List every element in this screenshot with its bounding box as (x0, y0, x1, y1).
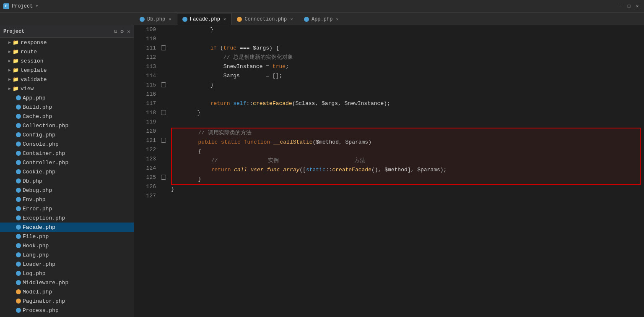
sidebar-item-app[interactable]: App.php (0, 93, 134, 102)
sidebar-item-label: session (21, 58, 44, 64)
sidebar-item-env[interactable]: Env.php (0, 195, 134, 204)
sidebar-controls: ⇅ ⚙ ✕ (114, 28, 130, 35)
code-line-110 (171, 34, 641, 44)
tab-facade[interactable]: Facade.php ✕ (177, 13, 232, 25)
sidebar-item-cookie[interactable]: Cookie.php (0, 167, 134, 176)
sidebar-item-lang[interactable]: Lang.php (0, 250, 134, 259)
sidebar-item-middleware[interactable]: Middleware.php (0, 278, 134, 287)
sidebar-item-validate[interactable]: ▶ 📁 validate (0, 75, 134, 84)
chevron-right-icon: ▶ (8, 68, 11, 73)
sidebar-item-label: Cookie.php (23, 169, 55, 175)
line-numbers: 109 110 111 112 113 114 115 116 117 118 … (134, 25, 159, 317)
title-bar-controls: ─ □ ✕ (617, 3, 641, 10)
sidebar-item-label: Db.php (23, 178, 42, 184)
chevron-right-icon: ▶ (8, 77, 11, 82)
sidebar-item-route[interactable]: ▶ 📁 route (0, 47, 134, 56)
title-bar-left: P Project ▾ (3, 3, 39, 9)
gutter-marker-125[interactable] (161, 175, 166, 180)
tab-app[interactable]: App.php ✕ (299, 13, 344, 25)
sidebar-item-label: Container.php (23, 150, 65, 157)
file-icon (16, 169, 21, 174)
minimize-button[interactable]: ─ (617, 3, 624, 10)
sidebar-item-console[interactable]: Console.php (0, 139, 134, 149)
sidebar-item-model[interactable]: Model.php (0, 287, 134, 296)
sidebar-item-template[interactable]: ▶ 📁 template (0, 65, 134, 75)
sidebar-item-response[interactable]: ▶ 📁 response (0, 38, 134, 47)
sidebar-item-file[interactable]: File.php (0, 232, 134, 241)
sidebar-item-db[interactable]: Db.php (0, 176, 134, 186)
sidebar-item-collection[interactable]: Collection.php (0, 121, 134, 130)
sidebar-item-hook[interactable]: Hook.php (0, 241, 134, 250)
sidebar-item-label: template (21, 67, 47, 73)
sidebar-item-session[interactable]: ▶ 📁 session (0, 56, 134, 65)
folder-icon: 📁 (13, 39, 19, 46)
gutter-marker-115[interactable] (161, 82, 166, 87)
code-line-109: } (171, 25, 641, 34)
sidebar-item-build[interactable]: Build.php (0, 102, 134, 112)
tab-db[interactable]: Db.php ✕ (134, 13, 177, 25)
main-area: Project ⇅ ⚙ ✕ ▶ 📁 response ▶ 📁 route ▶ 📁… (0, 25, 644, 317)
code-container[interactable]: 109 110 111 112 113 114 115 116 117 118 … (134, 25, 644, 317)
sidebar-item-exception[interactable]: Exception.php (0, 213, 134, 223)
code-line-119 (171, 118, 641, 127)
code-line-111: if (true === $args) { (171, 44, 641, 53)
sidebar-item-log[interactable]: Log.php (0, 269, 134, 278)
code-lines[interactable]: } if (true === $args) { // 总是创建新的实例化对象 $… (168, 25, 644, 317)
sidebar-item-label: Log.php (23, 270, 46, 277)
file-icon (16, 123, 21, 128)
chevron-right-icon: ▶ (8, 49, 11, 54)
tab-connection[interactable]: Connection.php ✕ (231, 13, 298, 25)
sidebar-item-label: view (21, 86, 34, 92)
tab-facade-close[interactable]: ✕ (223, 16, 226, 22)
sidebar-item-loader[interactable]: Loader.php (0, 259, 134, 269)
code-line-115: } (171, 81, 641, 90)
sidebar-item-request[interactable]: Request.php (0, 315, 134, 317)
sidebar-settings-icon[interactable]: ⚙ (120, 28, 124, 35)
sidebar-item-debug[interactable]: Debug.php (0, 186, 134, 195)
sidebar-item-config[interactable]: Config.php (0, 130, 134, 139)
sidebar-item-label: Exception.php (23, 215, 65, 221)
code-line-114: $args = []; (171, 71, 641, 81)
code-line-112: // 总是创建新的实例化对象 (171, 53, 641, 62)
gutter-marker-121[interactable] (161, 138, 166, 143)
sidebar-item-label: Lang.php (23, 252, 49, 258)
sidebar-item-label: Hook.php (23, 243, 49, 249)
code-line-123: //实例方法 (172, 156, 640, 165)
maximize-button[interactable]: □ (626, 3, 632, 10)
sidebar-item-label: Config.php (23, 132, 55, 138)
tab-app-close[interactable]: ✕ (336, 16, 339, 22)
file-icon (16, 160, 21, 165)
sidebar-item-process[interactable]: Process.php (0, 306, 134, 315)
tab-app-icon (304, 17, 309, 22)
sidebar-sort-icon[interactable]: ⇅ (114, 28, 117, 35)
tab-bar: Db.php ✕ Facade.php ✕ Connection.php ✕ A… (0, 13, 644, 25)
sidebar-item-label: validate (21, 76, 47, 83)
sidebar: Project ⇅ ⚙ ✕ ▶ 📁 response ▶ 📁 route ▶ 📁… (0, 25, 134, 317)
sidebar-item-container[interactable]: Container.php (0, 149, 134, 158)
sidebar-item-label: Controller.php (23, 160, 68, 166)
gutter-marker-118[interactable] (161, 110, 166, 115)
tab-connection-icon (237, 17, 242, 22)
folder-icon: 📁 (13, 86, 19, 92)
file-icon (16, 289, 21, 294)
sidebar-item-paginator[interactable]: Paginator.php (0, 296, 134, 306)
close-button[interactable]: ✕ (634, 3, 641, 10)
sidebar-item-cache[interactable]: Cache.php (0, 112, 134, 121)
file-icon (16, 132, 21, 137)
code-line-120: // 调用实际类的方法 (172, 128, 640, 138)
sidebar-item-label: Middleware.php (23, 280, 68, 286)
tab-db-close[interactable]: ✕ (169, 16, 171, 22)
sidebar-item-label: Build.php (23, 104, 52, 110)
sidebar-item-error[interactable]: Error.php (0, 204, 134, 213)
file-icon (16, 114, 21, 119)
file-icon (16, 141, 21, 147)
gutter-marker-111[interactable] (161, 45, 166, 50)
sidebar-item-facade[interactable]: Facade.php (0, 223, 134, 232)
file-icon (16, 105, 21, 110)
sidebar-item-controller[interactable]: Controller.php (0, 158, 134, 167)
sidebar-close-icon[interactable]: ✕ (127, 28, 130, 35)
dropdown-icon[interactable]: ▾ (35, 3, 38, 9)
tab-connection-close[interactable]: ✕ (290, 16, 293, 22)
sidebar-item-label: Process.php (23, 307, 59, 314)
sidebar-item-view[interactable]: ▶ 📁 view (0, 84, 134, 93)
